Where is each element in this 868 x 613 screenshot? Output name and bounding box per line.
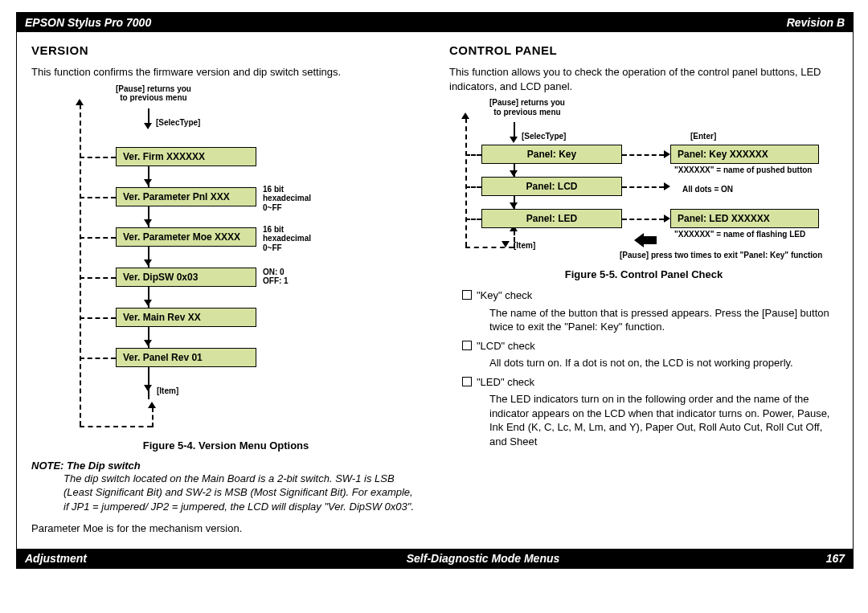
box-key-r: Panel: Key XXXXXX: [670, 145, 819, 164]
dash-spine: [80, 104, 81, 426]
c-selectype-dn: [510, 137, 518, 143]
arrow-pause-up: [76, 99, 84, 105]
page-frame: EPSON Stylus Pro 7000 Revision B VERSION…: [16, 12, 854, 569]
cad1: [510, 170, 518, 177]
ad2: [144, 219, 152, 226]
side2: 16 bit hexadecimal 0~FF: [263, 225, 311, 253]
arrow-selectype-dn: [144, 123, 152, 129]
checkbox-icon: [462, 377, 472, 386]
cdr2a: [664, 182, 670, 190]
dh1: [80, 157, 116, 158]
box-key: Panel: Key: [481, 145, 622, 164]
check-key: "Key" check: [462, 288, 838, 303]
col-version: VERSION This function confirms the firmw…: [17, 32, 435, 549]
box-led: Panel: LED: [481, 209, 622, 228]
big-arrow-left-icon: [634, 235, 657, 246]
c-pause-note: [Pause] returns you to previous menu: [489, 98, 565, 116]
lbl-selectype: [SelecType]: [156, 118, 200, 128]
dh2: [80, 197, 116, 198]
control-intro: This function allows you to check the op…: [449, 65, 838, 93]
note-head: NOTE: The Dip switch: [31, 460, 141, 472]
side3: ON: 0 OFF: 1: [263, 268, 289, 286]
check-lcd-t: "LCD" check: [477, 340, 535, 352]
ad-item: [144, 385, 152, 391]
side1: 16 bit hexadecimal 0~FF: [263, 185, 311, 213]
ad1: [144, 179, 152, 186]
pause-note: [Pause] returns you to previous menu: [116, 84, 191, 103]
check-lcd-d: All dots turn on. If a dot is not on, th…: [489, 356, 838, 370]
figcap-version: Figure 5-4. Version Menu Options: [31, 439, 420, 452]
footer-banner: Adjustment Self-Diagnostic Mode Menus 16…: [17, 549, 853, 568]
c-spine: [465, 118, 467, 247]
dash-arrow-up: [148, 402, 156, 408]
dh4: [80, 277, 116, 279]
c-selectype: [SelecType]: [522, 132, 566, 141]
solid-top: [148, 108, 149, 123]
checkbox-icon: [462, 341, 472, 350]
c-pause-up: [461, 112, 469, 119]
dh3: [80, 237, 116, 239]
version-intro: This function confirms the firmware vers…: [31, 65, 420, 80]
header-left: EPSON Stylus Pro 7000: [25, 16, 151, 29]
box-ppnl: Ver. Parameter Pnl XXX: [116, 187, 256, 206]
ad3: [144, 260, 152, 266]
header-right: Revision B: [787, 16, 845, 29]
cdh3: [465, 219, 481, 220]
lbl-item: [Item]: [157, 386, 178, 396]
figcap-control: Figure 5-5. Control Panel Check: [449, 268, 838, 280]
check-led-d: The LED indicators turn on in the follow…: [489, 392, 838, 448]
footer-center: Self-Diagnostic Mode Menus: [186, 552, 780, 565]
dh5: [80, 317, 116, 319]
c-item-dn: [502, 241, 510, 247]
footer-right: 167: [780, 552, 845, 565]
header-banner: EPSON Stylus Pro 7000 Revision B: [17, 13, 853, 32]
check-key-d: The name of the button that is pressed a…: [489, 306, 838, 334]
diagram-control: [Pause] returns you to previous menu [Se…: [449, 98, 838, 259]
cdr1: [622, 154, 664, 156]
cdh1: [465, 154, 481, 156]
dash-bottom-v: [152, 407, 154, 427]
ad5: [144, 340, 152, 346]
sv6: [148, 367, 149, 399]
check-lcd: "LCD" check: [462, 339, 838, 353]
footer-left: Adjustment: [25, 552, 186, 565]
version-tail: Parameter Moe is for the mechanism versi…: [31, 521, 420, 536]
dh6: [80, 358, 116, 359]
cdr1a: [664, 150, 670, 158]
note-led: "XXXXXX" = name of flashing LED: [674, 230, 805, 239]
col-control: CONTROL PANEL This function allows you t…: [435, 32, 853, 549]
check-led-t: "LED" check: [477, 376, 534, 388]
lbl-enter: [Enter]: [690, 132, 716, 141]
diagram-version: [Pause] returns you to previous menu [Se…: [31, 84, 420, 430]
ad4: [144, 300, 152, 306]
cdr3: [622, 219, 664, 220]
check-led: "LED" check: [462, 375, 838, 390]
cdh2: [465, 186, 481, 188]
box-led-r: Panel: LED XXXXXX: [670, 209, 819, 228]
cad2: [510, 202, 518, 209]
checkbox-icon: [462, 290, 472, 300]
c-solid-top: [514, 122, 515, 137]
note-block: NOTE: The Dip switch The dip switch loca…: [31, 460, 420, 514]
h-version: VERSION: [31, 43, 420, 57]
note-lcd: All dots = ON: [682, 185, 733, 194]
cdr2: [622, 186, 664, 188]
box-lcd: Panel: LCD: [481, 177, 622, 196]
note-body: The dip switch located on the Main Board…: [63, 472, 420, 514]
box-firm: Ver. Firm XXXXXX: [116, 147, 256, 166]
c-item: [Item]: [514, 241, 535, 251]
box-main: Ver. Main Rev XX: [116, 308, 256, 327]
note-key: "XXXXXX" = name of pushed button: [674, 166, 812, 175]
box-dip: Ver. DipSW 0x03: [116, 268, 256, 287]
pause-exit: [Pause] press two times to exit "Panel: …: [620, 251, 837, 260]
box-panel: Ver. Panel Rev 01: [116, 348, 256, 367]
dash-bottom: [80, 426, 152, 427]
check-list: "Key" check The name of the button that …: [462, 288, 838, 448]
check-key-t: "Key" check: [477, 289, 532, 301]
h-control: CONTROL PANEL: [449, 43, 838, 57]
box-pmoe: Ver. Parameter Moe XXXX: [116, 227, 256, 247]
content: VERSION This function confirms the firmw…: [17, 32, 853, 549]
cdr3a: [664, 215, 670, 223]
